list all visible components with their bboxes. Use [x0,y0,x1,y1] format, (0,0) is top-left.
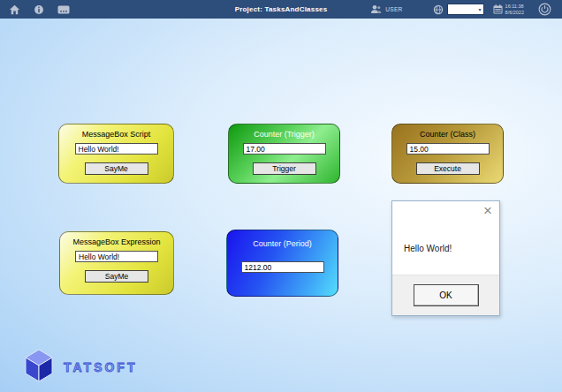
user-button[interactable]: USER [370,4,402,14]
counter-period-input[interactable] [241,261,324,273]
trigger-button[interactable]: Trigger [253,162,316,175]
panel-title: Counter (Class) [420,130,475,139]
panel-counter-class: Counter (Class) Execute [391,124,504,184]
brand-logo: TATSOFT [21,347,137,388]
runtime-screen: Project: TasksAndClasses USER ▾ [0,0,562,392]
expression-input[interactable] [75,251,158,262]
datetime-display: 16:11:38 8/6/2022 [505,4,524,15]
sayme-button[interactable]: SayMe [85,162,148,175]
panel-title: MessageBox Expression [72,237,160,246]
chevron-down-icon: ▾ [479,7,482,12]
message-input[interactable] [75,143,158,155]
panel-title: Counter (Period) [253,239,312,248]
top-toolbar: Project: TasksAndClasses USER ▾ [0,0,562,19]
execute-button[interactable]: Execute [416,162,480,175]
language-cluster: ▾ [433,4,484,15]
ok-button[interactable]: OK [414,284,479,306]
globe-icon [433,4,444,15]
date-label: 8/6/2022 [505,10,524,16]
user-icon [370,4,382,14]
toolbar-right-group: USER ▾ 16:11:38 8/6/2022 [370,0,551,19]
panel-messagebox-script: MessageBox Script SayMe [58,124,174,184]
panel-title: MessageBox Script [82,130,151,139]
language-select[interactable]: ▾ [447,4,484,15]
sayme-expression-button[interactable]: SayMe [85,270,148,283]
counter-class-input[interactable] [406,143,490,155]
dialog-footer: OK [392,275,499,315]
panel-counter-period: Counter (Period) [226,230,338,297]
user-name-label: USER [385,6,402,12]
panel-counter-trigger: Counter (Trigger) Trigger [228,124,340,184]
messagebox-dialog: × Hello World! OK [391,200,500,316]
tatsoft-cube-icon [21,347,57,388]
brand-name: TATSOFT [64,360,137,374]
counter-trigger-input[interactable] [243,143,326,155]
panel-messagebox-expression: MessageBox Expression SayMe [59,231,174,295]
clock-cluster: 16:11:38 8/6/2022 [493,4,524,15]
panel-title: Counter (Trigger) [254,130,315,139]
close-icon[interactable]: × [483,203,492,218]
calendar-icon [493,4,503,14]
dialog-message: Hello World! [404,244,452,253]
power-icon[interactable] [538,3,551,16]
